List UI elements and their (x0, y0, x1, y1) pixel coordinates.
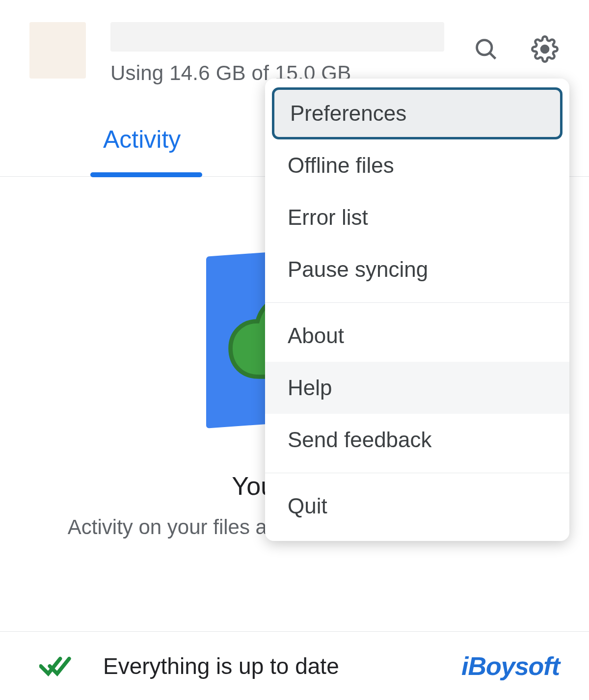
search-icon (473, 36, 499, 62)
svg-point-0 (477, 40, 492, 55)
menu-item-help[interactable]: Help (265, 362, 569, 414)
svg-line-1 (490, 53, 496, 59)
menu-item-quit[interactable]: Quit (265, 480, 569, 532)
gear-icon (531, 35, 559, 63)
svg-point-2 (541, 46, 548, 53)
settings-menu: Preferences Offline files Error list Pau… (265, 79, 569, 541)
menu-item-error-list[interactable]: Error list (265, 191, 569, 243)
sync-status-text: Everything is up to date (103, 653, 461, 679)
footer: Everything is up to date iBoysoft (0, 631, 589, 700)
menu-item-send-feedback[interactable]: Send feedback (265, 414, 569, 466)
menu-item-pause-syncing[interactable]: Pause syncing (265, 243, 569, 296)
tab-activity[interactable]: Activity (103, 125, 181, 154)
avatar[interactable] (29, 22, 86, 79)
search-button[interactable] (471, 34, 501, 64)
app-window: Using 14.6 GB of 15.0 GB Activity (0, 0, 589, 700)
menu-separator (265, 473, 569, 473)
menu-item-offline-files[interactable]: Offline files (265, 139, 569, 191)
account-name-redacted (110, 22, 444, 52)
settings-button[interactable] (530, 34, 560, 64)
brand-watermark: iBoysoft (461, 651, 560, 681)
menu-separator (265, 302, 569, 303)
menu-item-about[interactable]: About (265, 310, 569, 362)
brand-text: iBoysoft (461, 651, 560, 681)
sync-status-icon (39, 651, 79, 681)
menu-item-preferences[interactable]: Preferences (272, 87, 562, 139)
